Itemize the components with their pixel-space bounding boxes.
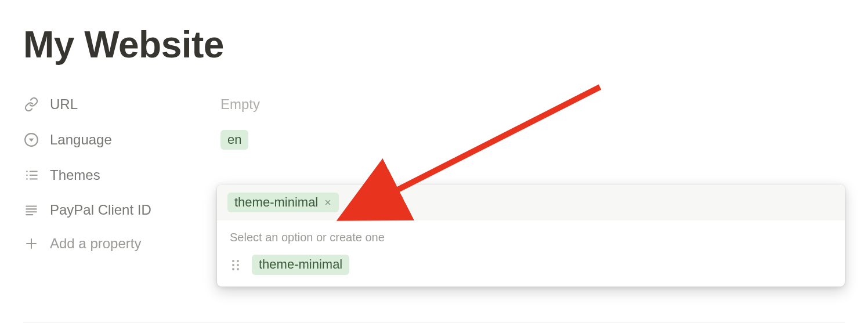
property-row-language: Language en bbox=[23, 122, 845, 158]
property-label-language[interactable]: Language bbox=[23, 132, 220, 148]
svg-point-15 bbox=[232, 260, 234, 262]
option-row[interactable]: theme-minimal bbox=[217, 250, 845, 279]
svg-point-1 bbox=[26, 171, 28, 173]
property-label-text: URL bbox=[50, 96, 78, 113]
property-row-url: URL Empty bbox=[23, 87, 845, 122]
popover-body: Select an option or create one theme-min… bbox=[217, 220, 845, 286]
popover-header[interactable]: theme-minimal bbox=[217, 184, 845, 220]
drag-handle-icon[interactable] bbox=[230, 258, 241, 272]
option-tag: theme-minimal bbox=[252, 255, 349, 274]
property-value-language[interactable]: en bbox=[220, 130, 845, 150]
text-icon bbox=[23, 202, 39, 218]
property-label-paypal[interactable]: PayPal Client ID bbox=[23, 202, 220, 218]
property-value-url[interactable]: Empty bbox=[220, 95, 845, 114]
svg-point-2 bbox=[26, 175, 28, 176]
multiselect-icon bbox=[23, 167, 39, 183]
property-label-text: PayPal Client ID bbox=[50, 202, 151, 218]
section-divider bbox=[23, 322, 845, 323]
multiselect-popover: theme-minimal Select an option or create… bbox=[217, 184, 845, 287]
remove-tag-button[interactable] bbox=[324, 198, 332, 207]
svg-point-16 bbox=[237, 260, 239, 262]
svg-point-18 bbox=[237, 264, 239, 266]
property-label-text: Themes bbox=[50, 167, 100, 183]
link-icon bbox=[23, 96, 39, 113]
page-title: My Website bbox=[23, 23, 845, 66]
plus-icon bbox=[23, 236, 39, 252]
selected-tag: theme-minimal bbox=[227, 193, 339, 212]
property-label-text: Language bbox=[50, 132, 112, 148]
select-icon bbox=[23, 132, 39, 148]
tag-language: en bbox=[220, 130, 248, 150]
tag-text: theme-minimal bbox=[234, 195, 318, 210]
svg-point-17 bbox=[232, 264, 234, 266]
page-root: My Website URL Empty bbox=[0, 0, 868, 326]
tag-text: en bbox=[227, 132, 241, 147]
svg-point-19 bbox=[232, 268, 234, 270]
svg-point-20 bbox=[237, 268, 239, 270]
property-value-themes[interactable] bbox=[220, 166, 845, 184]
multiselect-input[interactable] bbox=[345, 193, 834, 212]
property-label-url[interactable]: URL bbox=[23, 96, 220, 113]
property-label-themes[interactable]: Themes bbox=[23, 167, 220, 183]
popover-hint: Select an option or create one bbox=[217, 225, 845, 250]
tag-text: theme-minimal bbox=[259, 257, 342, 272]
svg-point-3 bbox=[26, 179, 28, 180]
add-property-label: Add a property bbox=[50, 236, 141, 252]
